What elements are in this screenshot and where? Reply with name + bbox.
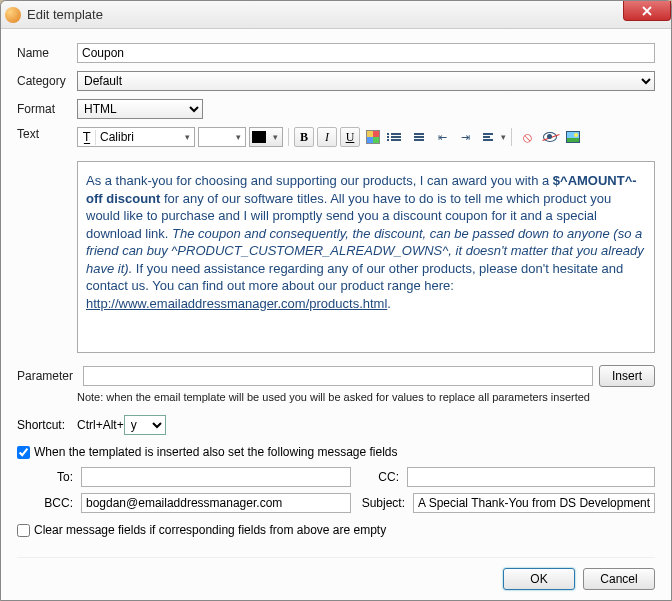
chevron-down-icon: ▾ (231, 132, 245, 142)
clear-fields-checkbox[interactable] (17, 524, 30, 537)
indent-left-icon: ⇤ (438, 131, 447, 144)
increase-indent-button[interactable]: ⇥ (455, 127, 475, 147)
ok-button[interactable]: OK (503, 568, 575, 590)
shortcut-label: Shortcut: (17, 418, 77, 432)
format-label: Format (17, 102, 77, 116)
shortcut-key-select[interactable]: y (124, 415, 166, 435)
picture-icon (566, 131, 580, 143)
parameter-input[interactable] (83, 366, 593, 386)
template-editor[interactable]: As a thank-you for choosing and supporti… (77, 161, 655, 353)
bcc-label: BCC: (33, 496, 73, 510)
align-icon (483, 133, 493, 141)
subject-label: Subject: (359, 496, 405, 510)
italic-button[interactable]: I (317, 127, 337, 147)
to-input[interactable] (81, 467, 351, 487)
bold-button[interactable]: B (294, 127, 314, 147)
highlight-color-button[interactable] (363, 127, 383, 147)
name-label: Name (17, 46, 77, 60)
hide-preview-button[interactable] (540, 127, 560, 147)
format-select[interactable]: HTML (77, 99, 203, 119)
align-dropdown[interactable]: ▾ (501, 132, 506, 142)
shortcut-modifier: Ctrl+Alt+ (77, 418, 124, 432)
numbered-list-button[interactable] (386, 127, 406, 147)
numbered-list-icon (391, 133, 401, 141)
category-label: Category (17, 74, 77, 88)
cc-label: CC: (359, 470, 399, 484)
remove-format-button[interactable]: ⦸ (517, 127, 537, 147)
editor-toolbar: T̲ Calibri ▾ ▾ ▾ B I U ⇤ (77, 127, 583, 147)
category-select[interactable]: Default (77, 71, 655, 91)
remove-icon: ⦸ (523, 129, 532, 146)
parameter-label: Parameter (17, 369, 77, 383)
font-size-select[interactable]: ▾ (198, 127, 246, 147)
editor-content: As a thank-you for choosing and supporti… (86, 172, 646, 312)
titlebar: Edit template (1, 1, 671, 29)
chevron-down-icon: ▾ (180, 132, 194, 142)
color-swatch-icon (252, 131, 266, 143)
set-fields-checkbox[interactable] (17, 446, 30, 459)
align-button[interactable] (478, 127, 498, 147)
separator (511, 128, 512, 146)
bullet-list-icon (414, 133, 424, 141)
font-icon: T̲ (78, 130, 96, 145)
insert-button[interactable]: Insert (599, 365, 655, 387)
bullet-list-button[interactable] (409, 127, 429, 147)
font-family-select[interactable]: T̲ Calibri ▾ (77, 127, 195, 147)
product-link[interactable]: http://www.emailaddressmanager.com/produ… (86, 296, 387, 311)
bcc-input[interactable] (81, 493, 351, 513)
close-button[interactable] (623, 1, 671, 21)
chevron-down-icon: ▾ (268, 132, 282, 142)
text-label: Text (17, 127, 77, 141)
app-icon (5, 7, 21, 23)
insert-image-button[interactable] (563, 127, 583, 147)
indent-right-icon: ⇥ (461, 131, 470, 144)
clear-fields-label: Clear message fields if corresponding fi… (34, 523, 386, 537)
window-title: Edit template (27, 7, 103, 22)
subject-input[interactable] (413, 493, 655, 513)
separator (288, 128, 289, 146)
eye-slash-icon (543, 132, 557, 142)
to-label: To: (33, 470, 73, 484)
set-fields-label: When the templated is inserted also set … (34, 445, 398, 459)
cancel-button[interactable]: Cancel (583, 568, 655, 590)
font-color-select[interactable]: ▾ (249, 127, 283, 147)
name-input[interactable] (77, 43, 655, 63)
cc-input[interactable] (407, 467, 655, 487)
decrease-indent-button[interactable]: ⇤ (432, 127, 452, 147)
close-icon (642, 6, 652, 16)
parameter-note: Note: when the email template will be us… (77, 391, 655, 403)
color-grid-icon (366, 130, 380, 144)
underline-button[interactable]: U (340, 127, 360, 147)
